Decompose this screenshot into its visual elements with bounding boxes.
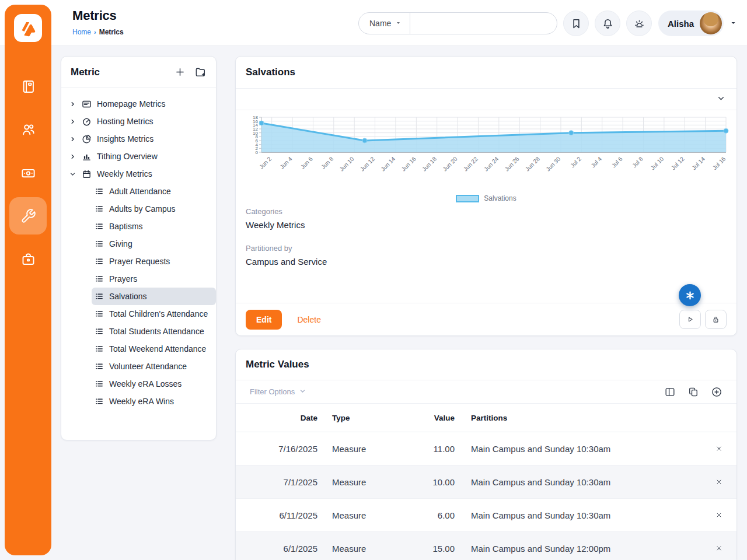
- caret-down-icon: [395, 19, 402, 28]
- asterisk-badge[interactable]: [679, 284, 701, 306]
- sunrise-button[interactable]: [626, 10, 652, 36]
- cell-value: 10.00: [376, 477, 455, 487]
- delete-row-button[interactable]: [713, 542, 725, 555]
- list-icon: [95, 274, 104, 284]
- play-icon: [686, 315, 694, 324]
- legend-label: Salvations: [484, 194, 516, 202]
- edit-button[interactable]: Edit: [246, 310, 282, 330]
- bell-button[interactable]: [595, 10, 620, 36]
- tree-item-salvations[interactable]: Salvations: [92, 288, 216, 305]
- column-header-value[interactable]: Value: [376, 414, 455, 422]
- tree-item-giving[interactable]: Giving: [92, 235, 216, 253]
- briefcase-icon: [20, 251, 36, 267]
- tree-item-prayer-requests[interactable]: Prayer Requests: [92, 253, 216, 270]
- metric-value-row[interactable]: 7/16/2025Measure11.00Main Campus and Sun…: [236, 432, 736, 466]
- tree-item-baptisms[interactable]: Baptisms: [92, 218, 216, 235]
- sidebar-item-cash[interactable]: [9, 154, 47, 191]
- tree-item-insights-metrics[interactable]: Insights Metrics: [61, 130, 216, 148]
- grid-plus-circle-button[interactable]: [711, 386, 722, 398]
- chev-down-icon: [716, 93, 726, 103]
- tree-item-label: Prayer Requests: [109, 257, 170, 266]
- area-chart-svg: 024681012141618Jun 2Jun 4Jun 6Jun 8Jun 1…: [244, 115, 729, 178]
- chev-down-icon: [299, 387, 306, 395]
- column-header-partitions[interactable]: Partitions: [455, 414, 701, 422]
- tree-item-prayers[interactable]: Prayers: [92, 270, 216, 288]
- chevron-down-icon: [299, 387, 306, 397]
- tree-item-weekly-metrics[interactable]: Weekly Metrics: [61, 165, 216, 183]
- svg-text:Jun 12: Jun 12: [359, 155, 376, 172]
- tree-item-adults-by-campus[interactable]: Adults by Campus: [92, 200, 216, 218]
- tree-item-weekly-era-losses[interactable]: Weekly eRA Losses: [92, 375, 216, 393]
- tree-item-label: Total Children's Attendance: [109, 309, 208, 318]
- search-type-label: Name: [369, 19, 391, 28]
- security-button[interactable]: [705, 310, 727, 329]
- metric-value-row[interactable]: 7/1/2025Measure10.00Main Campus and Sund…: [236, 466, 736, 499]
- svg-text:Jul 4: Jul 4: [589, 155, 603, 169]
- delete-row-button[interactable]: [713, 475, 725, 488]
- search-input[interactable]: [410, 13, 557, 34]
- column-header-date[interactable]: Date: [236, 414, 317, 422]
- tree-item-total-weekend-attendance[interactable]: Total Weekend Attendance: [92, 340, 216, 358]
- svg-text:Jul 14: Jul 14: [690, 155, 706, 171]
- tree-item-adult-attendance[interactable]: Adult Attendance: [92, 183, 216, 200]
- tree-item-homepage-metrics[interactable]: Homepage Metrics: [61, 95, 216, 113]
- cell-date: 7/16/2025: [236, 444, 317, 454]
- column-header-type[interactable]: Type: [317, 414, 376, 422]
- svg-text:Jun 2: Jun 2: [258, 155, 273, 170]
- close-icon: [715, 478, 723, 486]
- svg-text:Jun 16: Jun 16: [400, 155, 417, 172]
- tree-item-label: Homepage Metrics: [97, 99, 166, 108]
- svg-text:Jun 10: Jun 10: [338, 155, 355, 172]
- tree-item-total-students-attendance[interactable]: Total Students Attendance: [92, 323, 216, 340]
- tree-item-tithing-overview[interactable]: Tithing Overview: [61, 148, 216, 165]
- rock-logo[interactable]: [14, 14, 42, 42]
- tree-item-label: Tithing Overview: [97, 152, 158, 161]
- grid-tools: [664, 386, 722, 398]
- bookmark-button[interactable]: [563, 10, 589, 36]
- delete-button[interactable]: Delete: [297, 315, 320, 324]
- tree-folder-plus-button[interactable]: [194, 66, 207, 78]
- user-menu-caret-icon[interactable]: [729, 19, 737, 29]
- tree-item-label: Hosting Metrics: [97, 117, 153, 126]
- user-menu[interactable]: Alisha: [658, 10, 724, 36]
- delete-row-button[interactable]: [713, 442, 725, 455]
- breadcrumb-home-link[interactable]: Home: [72, 28, 91, 36]
- caret-down-icon: [395, 20, 402, 26]
- tree-item-volunteer-attendance[interactable]: Volunteer Attendance: [92, 358, 216, 375]
- tree-item-label: Baptisms: [109, 222, 143, 231]
- cell-type: Measure: [317, 544, 376, 554]
- search-type-dropdown[interactable]: Name: [359, 13, 410, 34]
- grid-table-columns-button[interactable]: [664, 386, 676, 398]
- cell-value: 6.00: [376, 510, 455, 520]
- tree-item-total-children-s-attendance[interactable]: Total Children's Attendance: [92, 305, 216, 323]
- chart-options-toggle[interactable]: [236, 89, 736, 110]
- chart-legend: Salvations: [236, 194, 736, 202]
- filter-options-toggle[interactable]: Filter Options: [250, 387, 306, 397]
- partitioned-by-value: Campus and Service: [246, 257, 327, 267]
- metric-value-row[interactable]: 6/1/2025Measure15.00Main Campus and Sund…: [236, 532, 736, 560]
- metric-tree-header: Metric: [61, 57, 216, 88]
- run-button[interactable]: [679, 310, 701, 329]
- list-icon: [95, 292, 104, 301]
- tree-item-hosting-metrics[interactable]: Hosting Metrics: [61, 113, 216, 130]
- sidebar-item-people[interactable]: [9, 111, 47, 148]
- svg-text:Jun 4: Jun 4: [278, 155, 293, 170]
- sidebar-item-journal[interactable]: [9, 68, 47, 105]
- sidebar-item-briefcase[interactable]: [9, 240, 47, 278]
- list-icon: [95, 327, 104, 336]
- metric-tree-title: Metric: [71, 66, 174, 78]
- tree-item-weekly-era-wins[interactable]: Weekly eRA Wins: [92, 393, 216, 410]
- cash-icon: [20, 165, 36, 181]
- cell-date: 6/11/2025: [236, 510, 317, 520]
- tree-plus-button[interactable]: [174, 66, 186, 78]
- svg-text:Jun 24: Jun 24: [483, 155, 500, 172]
- cell-partitions: Main Campus and Sunday 10:30am: [455, 477, 701, 487]
- grid-copy-button[interactable]: [687, 386, 699, 398]
- sidebar-item-wrench[interactable]: [9, 197, 47, 235]
- metric-value-row[interactable]: 6/11/2025Measure6.00Main Campus and Sund…: [236, 499, 736, 532]
- wrench-icon: [20, 208, 36, 224]
- gauge-icon: [82, 117, 92, 127]
- delete-row-button[interactable]: [713, 509, 725, 522]
- list-icon: [95, 309, 104, 318]
- partitioned-by-label: Partitioned by: [246, 244, 292, 253]
